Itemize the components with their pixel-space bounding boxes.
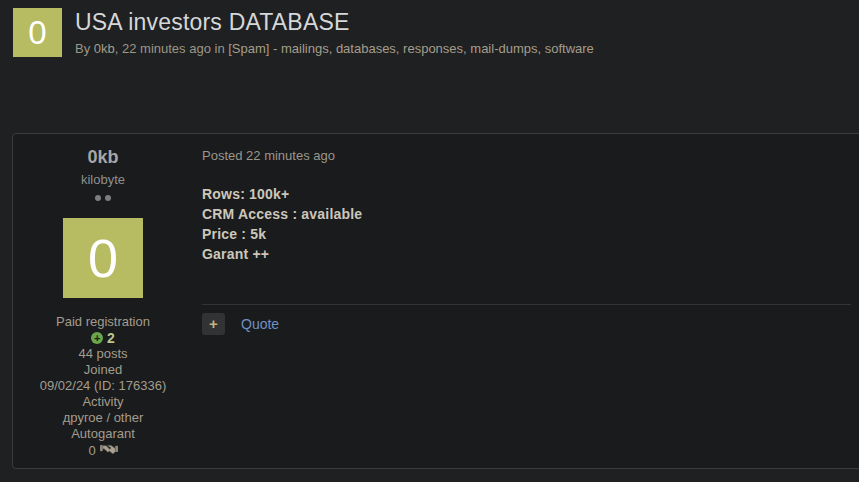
author-post-count: 44 posts xyxy=(13,346,193,362)
post-footer-divider xyxy=(202,304,851,305)
autogarant-value: 0 xyxy=(88,443,95,459)
rank-pip-icon xyxy=(105,195,111,201)
author-reputation: + 2 xyxy=(13,330,193,346)
rank-pip-icon xyxy=(95,195,101,201)
quote-button[interactable]: Quote xyxy=(241,316,279,332)
activity-value: другое / other xyxy=(13,410,193,426)
forum-link[interactable]: [Spam] - mailings, databases, responses,… xyxy=(228,41,594,56)
joined-value: 09/02/24 (ID: 176336) xyxy=(13,378,193,394)
autogarant-value-row: 0 xyxy=(13,442,193,459)
plus-circle-icon: + xyxy=(91,332,103,344)
autogarant-label: Autogarant xyxy=(13,426,193,442)
handshake-icon xyxy=(100,442,118,459)
reputation-value: 2 xyxy=(107,330,115,346)
author-rank: kilobyte xyxy=(13,172,193,187)
page-title: USA investors DATABASE xyxy=(75,9,594,36)
multiquote-button[interactable]: + xyxy=(202,313,225,335)
topic-header-text: USA investors DATABASE By 0kb, 22 minute… xyxy=(75,8,594,56)
joined-label: Joined xyxy=(13,362,193,378)
body-line: Rows: 100k+ xyxy=(202,184,851,204)
author-link[interactable]: 0kb xyxy=(94,41,115,56)
byline-prefix: By xyxy=(75,41,94,56)
post-content: Posted 22 minutes ago Rows: 100k+ CRM Ac… xyxy=(193,134,859,468)
topic-header: 0 USA investors DATABASE By 0kb, 22 minu… xyxy=(0,0,859,57)
activity-label: Activity xyxy=(13,394,193,410)
body-line: Garant ++ xyxy=(202,244,851,264)
topic-author-avatar[interactable]: 0 xyxy=(13,8,62,57)
breadcrumb: By 0kb, 22 minutes ago in [Spam] - maili… xyxy=(75,41,594,56)
post: 0kb kilobyte 0 Paid registration + 2 44 … xyxy=(12,133,859,469)
post-timestamp: Posted 22 minutes ago xyxy=(202,148,851,164)
author-username-link[interactable]: 0kb xyxy=(13,147,193,168)
author-avatar[interactable]: 0 xyxy=(63,218,143,298)
author-rank-pips xyxy=(13,194,193,201)
author-panel: 0kb kilobyte 0 Paid registration + 2 44 … xyxy=(13,134,193,468)
author-registration: Paid registration xyxy=(13,314,193,330)
byline-middle: , 22 minutes ago in xyxy=(115,41,228,56)
post-body: Rows: 100k+ CRM Access : available Price… xyxy=(202,184,851,264)
body-line: CRM Access : available xyxy=(202,204,851,224)
body-line: Price : 5k xyxy=(202,224,851,244)
post-actions: + Quote xyxy=(202,313,851,335)
